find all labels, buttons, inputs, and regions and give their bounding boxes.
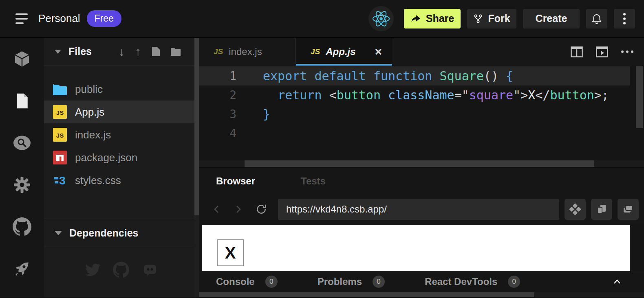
back-icon[interactable] bbox=[211, 204, 223, 215]
search-icon[interactable] bbox=[12, 133, 32, 153]
code-line: 2 return <button className="square">X</b… bbox=[199, 85, 644, 105]
top-header: Personal Free Share Fork Create bbox=[0, 0, 644, 38]
notifications-button[interactable] bbox=[586, 9, 607, 28]
npm-file-icon bbox=[53, 151, 67, 164]
editor-tab-app-js[interactable]: JSApp.js× bbox=[296, 38, 392, 66]
editor-hscroll-thumb[interactable] bbox=[245, 160, 594, 167]
console-tab-label: Console bbox=[216, 276, 255, 287]
preview-panes-icon[interactable] bbox=[565, 199, 586, 220]
console-tab-label: React DevTools bbox=[425, 276, 497, 287]
more-options-kebab-icon[interactable] bbox=[614, 9, 635, 28]
preview-window-icon[interactable] bbox=[596, 46, 608, 57]
fork-button[interactable]: Fork bbox=[467, 9, 516, 28]
activity-bar bbox=[0, 38, 44, 297]
editor-tab-bar: JSindex.jsJSApp.js× bbox=[199, 38, 644, 66]
editor-more-icon[interactable] bbox=[621, 50, 633, 53]
discord-icon[interactable] bbox=[141, 262, 159, 278]
deploy-rocket-icon[interactable] bbox=[12, 259, 32, 278]
menu-icon[interactable] bbox=[15, 13, 28, 24]
browser-tab-browser[interactable]: Browser bbox=[216, 175, 255, 187]
file-row-index-js[interactable]: JSindex.js bbox=[44, 123, 199, 146]
code-line: 3} bbox=[199, 105, 644, 124]
js-file-icon: JS bbox=[214, 47, 223, 56]
console-tab-problems[interactable]: Problems0 bbox=[318, 276, 385, 288]
share-arrow-icon bbox=[410, 13, 421, 24]
collapse-caret-icon[interactable] bbox=[55, 50, 61, 54]
workspace-label[interactable]: Personal bbox=[38, 12, 80, 25]
collapse-caret-icon bbox=[55, 231, 62, 235]
fork-icon bbox=[473, 14, 483, 24]
console-tab-console[interactable]: Console0 bbox=[216, 276, 278, 288]
split-view-icon[interactable] bbox=[571, 46, 583, 57]
dependencies-title: Dependencies bbox=[69, 227, 139, 239]
editor-vscroll-thumb[interactable] bbox=[636, 66, 643, 128]
browser-preview: X bbox=[199, 224, 644, 271]
browser-tab-tests[interactable]: Tests bbox=[301, 175, 326, 187]
folder-file-icon bbox=[53, 83, 67, 95]
editor-horizontal-scrollbar bbox=[199, 160, 644, 167]
file-name: App.js bbox=[75, 106, 104, 118]
line-number: 3 bbox=[199, 107, 244, 121]
plan-badge: Free bbox=[87, 10, 121, 27]
upload-files-icon[interactable]: ↑ bbox=[135, 46, 141, 58]
file-row-app-js[interactable]: JSApp.js bbox=[44, 101, 199, 123]
editor-actions bbox=[571, 38, 644, 66]
file-row-package-json[interactable]: package.json bbox=[44, 146, 199, 169]
file-row-styles-css[interactable]: 3styles.css bbox=[44, 169, 199, 192]
line-number: 1 bbox=[199, 69, 244, 83]
console-tab-label: Problems bbox=[318, 276, 362, 287]
js-file-icon: JS bbox=[311, 47, 320, 56]
square-button[interactable]: X bbox=[217, 239, 244, 266]
social-links bbox=[44, 262, 199, 278]
forward-icon[interactable] bbox=[232, 204, 244, 215]
file-row-public[interactable]: public bbox=[44, 78, 199, 101]
svg-text:3: 3 bbox=[59, 174, 66, 187]
codesandbox-app: Personal Free Share Fork Create bbox=[0, 0, 644, 298]
sandbox-cube-icon[interactable] bbox=[12, 49, 32, 69]
browser-bottom-scrollbar-thumb[interactable] bbox=[199, 292, 534, 297]
css-file-icon: 3 bbox=[53, 173, 67, 187]
new-file-icon[interactable] bbox=[151, 46, 160, 57]
editor-tab-index-js[interactable]: JSindex.js bbox=[199, 38, 296, 66]
github-icon[interactable] bbox=[113, 262, 129, 278]
tab-label: App.js bbox=[326, 46, 355, 57]
url-input[interactable] bbox=[278, 199, 559, 220]
svg-text:JS: JS bbox=[56, 132, 64, 139]
open-editor-layout-icon[interactable] bbox=[591, 199, 612, 220]
create-button[interactable]: Create bbox=[523, 9, 580, 28]
code-text: export default function Square() { bbox=[244, 69, 513, 83]
code-line: 4 bbox=[199, 124, 644, 143]
svg-text:JS: JS bbox=[56, 109, 64, 116]
github-icon[interactable] bbox=[12, 217, 32, 237]
new-folder-icon[interactable] bbox=[170, 47, 181, 56]
browser-nav-bar bbox=[199, 195, 644, 224]
console-tab-react-devtools[interactable]: React DevTools0 bbox=[425, 276, 520, 288]
twitter-icon[interactable] bbox=[84, 262, 101, 278]
files-panel-title[interactable]: Files bbox=[68, 46, 92, 57]
refresh-icon[interactable] bbox=[255, 203, 267, 215]
share-button[interactable]: Share bbox=[404, 9, 461, 28]
open-in-new-window-icon[interactable] bbox=[618, 199, 639, 220]
close-tab-icon[interactable]: × bbox=[375, 46, 382, 58]
count-badge: 0 bbox=[265, 276, 278, 288]
files-scrollbar-thumb[interactable] bbox=[194, 38, 199, 215]
files-panel: Files ↓ ↑ publicJSApp.jsJSindex.jspackag… bbox=[44, 38, 199, 297]
code-editor[interactable]: 1export default function Square() {2 ret… bbox=[199, 66, 644, 167]
count-badge: 0 bbox=[373, 276, 385, 288]
file-name: package.json bbox=[75, 151, 137, 164]
browser-panel: BrowserTests X Console0Problems0Reac bbox=[199, 167, 644, 297]
preview-viewport bbox=[202, 225, 630, 271]
file-tree: publicJSApp.jsJSindex.jspackage.json3sty… bbox=[44, 66, 199, 192]
download-files-icon[interactable]: ↓ bbox=[119, 46, 125, 58]
files-scrollbar bbox=[194, 38, 199, 297]
file-explorer-icon[interactable] bbox=[12, 91, 32, 111]
settings-gear-icon[interactable] bbox=[12, 175, 32, 195]
expand-console-chevron-icon[interactable] bbox=[613, 279, 621, 285]
editor-column: JSindex.jsJSApp.js× 1export default func… bbox=[199, 38, 644, 297]
react-logo-icon bbox=[368, 6, 394, 31]
file-name: index.js bbox=[75, 129, 111, 141]
file-name: styles.css bbox=[75, 174, 121, 187]
dependencies-header[interactable]: Dependencies bbox=[44, 219, 199, 247]
files-panel-header: Files ↓ ↑ bbox=[44, 38, 199, 66]
bell-icon bbox=[591, 13, 602, 24]
